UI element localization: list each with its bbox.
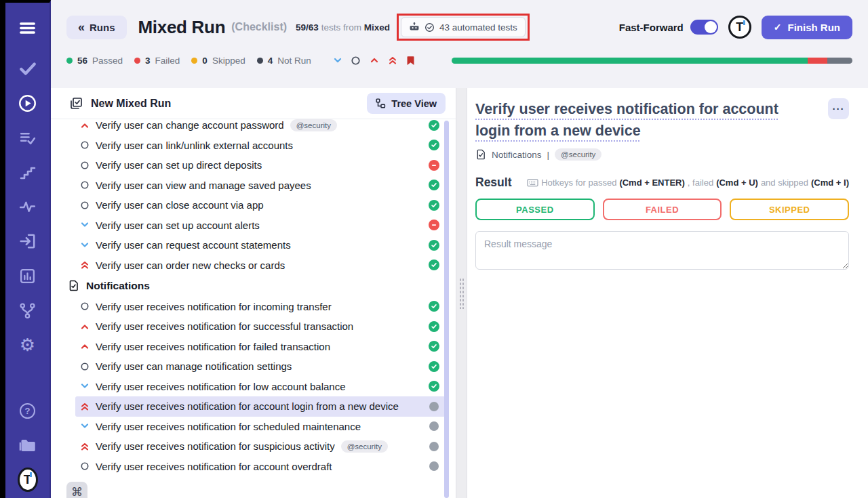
row-marker-icon: [80, 421, 90, 431]
test-row[interactable]: Verify user receives notification for sc…: [75, 417, 446, 437]
test-row-label: Verify user receives notification for su…: [96, 440, 335, 452]
progress-seg-not-run: [827, 58, 852, 64]
test-row[interactable]: Verify user receives notification for su…: [75, 436, 446, 457]
list-scrollbar[interactable]: [444, 121, 449, 498]
suite-name[interactable]: Notifications: [492, 150, 542, 160]
activity-icon[interactable]: [18, 196, 38, 217]
test-status-icon: [429, 341, 439, 352]
double-chevron-left-icon: «: [78, 21, 85, 33]
tasks-check-icon[interactable]: [18, 58, 38, 79]
automated-tests-label: 43 automated tests: [439, 22, 517, 33]
legend-item: 56 Passed: [66, 56, 123, 66]
steps-icon[interactable]: [18, 162, 38, 182]
collapse-chevron-down-icon[interactable]: [332, 55, 343, 66]
help-icon[interactable]: ?: [18, 400, 38, 421]
failed-label: Failed: [155, 56, 180, 66]
header-app-logo[interactable]: T: [728, 16, 751, 39]
signin-icon[interactable]: [18, 231, 38, 251]
checklist-board-icon: [70, 97, 83, 110]
test-row[interactable]: Verify user can change account password …: [75, 119, 446, 136]
automated-tests-badge[interactable]: 43 automated tests: [401, 17, 526, 37]
test-row[interactable]: Verify user receives notification for ac…: [75, 457, 446, 477]
analytics-icon[interactable]: [18, 266, 38, 286]
projects-folder-icon[interactable]: [18, 435, 38, 455]
verdict-failed-button[interactable]: FAILED: [603, 199, 722, 220]
result-message-input[interactable]: [475, 231, 849, 270]
test-row-label: Verify user receives notification for sc…: [96, 421, 361, 432]
skipped-count: 0: [202, 56, 208, 66]
tree-view-button[interactable]: Tree View: [367, 93, 446, 114]
finish-run-button[interactable]: ✓ Finish Run: [762, 16, 852, 39]
test-status-icon: [429, 220, 439, 230]
test-row[interactable]: Verify user can link/unlink external acc…: [75, 136, 446, 156]
test-row[interactable]: Verify user receives notification for fa…: [75, 337, 446, 357]
command-key-button[interactable]: ⌘: [66, 482, 87, 498]
notrun-count: 4: [268, 56, 273, 66]
verdict-skipped-button[interactable]: SKIPPED: [730, 199, 849, 220]
test-row-label: Verify user receives notification for in…: [96, 301, 332, 312]
chevron-up-icon[interactable]: [369, 55, 380, 66]
test-status-icon: [429, 421, 439, 431]
row-marker-icon: [80, 302, 90, 311]
result-row: Result Hotkeys for passed (Cmd + ENTER) …: [475, 175, 849, 190]
branch-icon[interactable]: [18, 300, 38, 320]
test-row[interactable]: Verify user can order new checks or card…: [75, 255, 446, 276]
test-checklist-icon[interactable]: [18, 127, 38, 148]
test-row[interactable]: Verify user can set up account alerts: [75, 215, 446, 236]
hotkeys-hint: Hotkeys for passed (Cmd + ENTER) , faile…: [527, 178, 849, 188]
row-marker-icon: [80, 322, 90, 331]
test-status-icon: [429, 301, 439, 312]
row-marker-icon: [80, 341, 90, 351]
hotkey-failed: (Cmd + U): [716, 178, 758, 188]
test-row[interactable]: Verify user can request account statemen…: [75, 235, 446, 255]
hotkey-passed: (Cmd + ENTER): [619, 178, 684, 188]
row-marker-icon: [80, 442, 90, 451]
verdict-passed-button[interactable]: PASSED: [475, 199, 595, 220]
file-check-icon: [68, 280, 79, 291]
menu-icon[interactable]: [18, 18, 38, 38]
test-row[interactable]: Verify user can view and manage saved pa…: [75, 175, 446, 196]
test-row[interactable]: Verify user receives notification for ac…: [75, 396, 446, 417]
hotkeys-text: Hotkeys for passed: [541, 178, 616, 188]
fast-forward-label: Fast-Forward: [619, 22, 684, 33]
test-title[interactable]: Verify user receives notification for ac…: [475, 98, 828, 142]
test-row[interactable]: Verify user can set up direct deposits: [75, 155, 446, 175]
more-options-button[interactable]: ···: [828, 98, 849, 119]
test-row[interactable]: Verify user receives notification for in…: [75, 297, 446, 317]
test-row[interactable]: Verify user receives notification for su…: [75, 316, 446, 337]
panel-resizer[interactable]: [456, 88, 467, 498]
fast-forward-toggle[interactable]: [690, 20, 718, 35]
test-row[interactable]: Verify user receives notification for lo…: [75, 377, 446, 397]
row-marker-icon: [80, 260, 90, 270]
failed-count: 3: [145, 56, 151, 66]
test-row-label: Verify user receives notification for ac…: [96, 400, 399, 412]
back-to-runs-button[interactable]: « Runs: [66, 16, 127, 39]
sidebar-app-logo[interactable]: T: [18, 470, 38, 490]
tests-info: 59/63 tests from Mixed: [296, 22, 390, 33]
robot-icon: [409, 22, 420, 33]
status-row: 56 Passed 3 Failed 0 Skipped 4 Not Run: [66, 52, 852, 68]
file-check-icon: [475, 149, 486, 160]
passed-count: 56: [77, 56, 87, 66]
test-row-label: Verify user can link/unlink external acc…: [96, 140, 293, 151]
test-row[interactable]: Verify user can close account via app: [75, 195, 446, 215]
settings-gear-icon[interactable]: ⚙: [18, 335, 38, 355]
double-chevron-up-icon[interactable]: [387, 55, 398, 66]
security-tag[interactable]: @security: [555, 148, 601, 161]
notrun-label: Not Run: [277, 56, 311, 66]
verdict-buttons: PASSED FAILED SKIPPED: [475, 199, 849, 220]
bookmark-icon[interactable]: [406, 55, 416, 66]
hotkeys-text: , failed: [688, 178, 713, 188]
run-type-label: (Checklist): [231, 21, 287, 33]
tests-from-text: tests from: [321, 22, 361, 33]
suite-section-row[interactable]: Notifications: [68, 275, 456, 297]
failed-dot-icon: [134, 58, 140, 64]
test-row-label: Verify user receives notification for fa…: [96, 341, 330, 352]
run-play-icon[interactable]: [18, 93, 38, 113]
notrun-dot-icon: [257, 58, 263, 64]
test-row[interactable]: Verify user can manage notification sett…: [75, 356, 446, 377]
circle-outline-icon[interactable]: [351, 55, 361, 66]
test-status-icon: [429, 260, 439, 270]
row-marker-icon: [80, 362, 90, 371]
progress-seg-failed: [808, 58, 827, 64]
